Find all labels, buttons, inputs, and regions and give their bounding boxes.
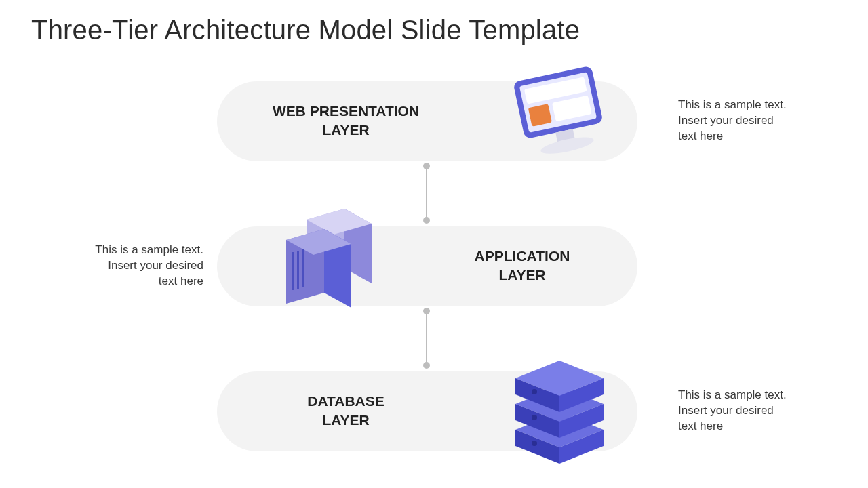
svg-point-23 <box>532 415 537 420</box>
desc-line: text here <box>159 274 203 287</box>
connector-2 <box>426 313 427 365</box>
slide-title: Three-Tier Architecture Model Slide Temp… <box>31 15 580 45</box>
tier-label-line: DATABASE <box>307 393 384 409</box>
connector-dot <box>423 362 430 369</box>
svg-rect-14 <box>297 251 299 289</box>
tier-desc-presentation: This is a sample text. Insert your desir… <box>678 98 814 144</box>
desc-line: Insert your desired <box>678 404 774 417</box>
tier-label-database: DATABASE LAYER <box>258 392 434 430</box>
tier-label-application: APPLICATION LAYER <box>434 247 610 285</box>
tier-label-line: APPLICATION <box>475 248 570 264</box>
svg-rect-13 <box>292 252 294 290</box>
desc-line: This is a sample text. <box>678 388 787 401</box>
connector-dot <box>423 308 430 314</box>
desc-line: text here <box>678 129 723 142</box>
desc-line: This is a sample text. <box>95 243 203 256</box>
desc-line: Insert your desired <box>108 259 203 272</box>
tier-label-line: WEB PRESENTATION <box>273 103 419 119</box>
svg-point-27 <box>532 389 537 394</box>
tier-label-line: LAYER <box>498 267 545 283</box>
connector-dot <box>423 217 430 224</box>
slide-canvas: Three-Tier Architecture Model Slide Temp… <box>0 0 868 488</box>
tier-label-line: LAYER <box>322 122 369 138</box>
monitor-icon <box>502 61 617 169</box>
desc-line: Insert your desired <box>678 114 774 127</box>
connector-dot <box>423 163 430 169</box>
server-icon <box>271 201 393 316</box>
connector-1 <box>426 168 427 220</box>
svg-point-19 <box>532 441 537 446</box>
tier-label-presentation: WEB PRESENTATION LAYER <box>258 102 434 140</box>
svg-rect-15 <box>302 249 304 287</box>
tier-desc-application: This is a sample text. Insert your desir… <box>68 243 203 289</box>
tier-label-line: LAYER <box>322 412 369 428</box>
tier-desc-database: This is a sample text. Insert your desir… <box>678 388 814 434</box>
desc-line: This is a sample text. <box>678 98 787 111</box>
desc-line: text here <box>678 420 723 432</box>
database-icon <box>495 346 624 474</box>
